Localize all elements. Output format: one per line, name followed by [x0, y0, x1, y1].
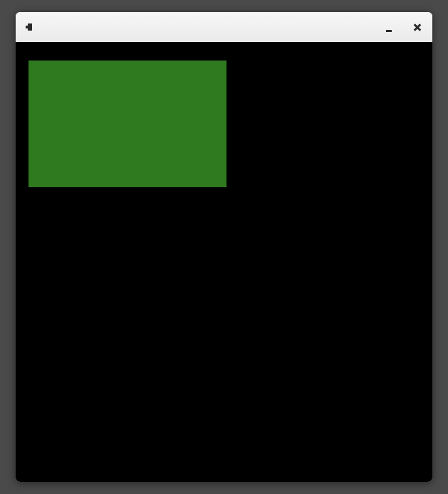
close-button[interactable] — [412, 22, 422, 32]
titlebar-left — [26, 23, 34, 31]
app-window — [16, 12, 432, 482]
green-rectangle — [28, 61, 226, 187]
titlebar-controls — [384, 22, 422, 32]
canvas-area — [16, 42, 432, 482]
titlebar[interactable] — [16, 12, 432, 42]
app-icon — [26, 23, 34, 31]
minimize-icon — [386, 30, 392, 32]
minimize-button[interactable] — [384, 22, 394, 32]
